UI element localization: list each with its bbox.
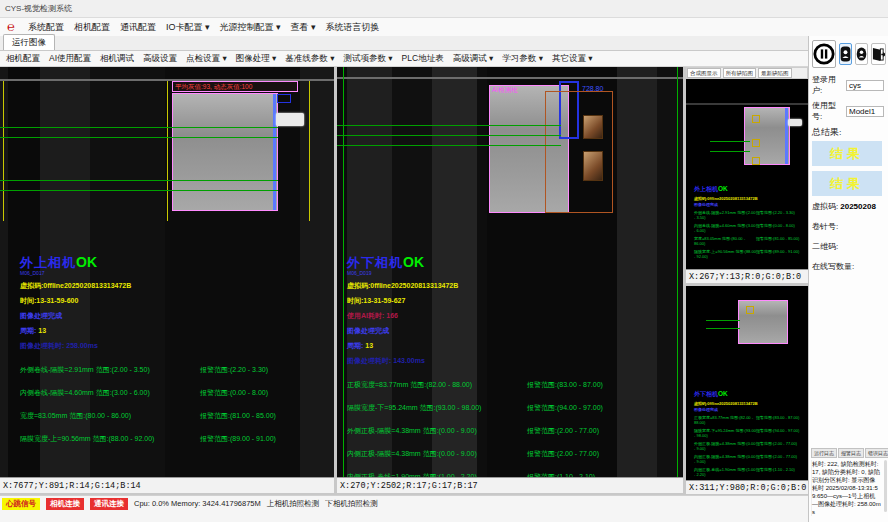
measure-text: 隔膜宽度-下=95.24mm 范围:(93.00 - 98.00): [347, 403, 527, 413]
model-field[interactable]: Model1: [846, 106, 884, 117]
toolbar-item-6[interactable]: 基准线参数 ▾: [285, 53, 334, 65]
alarm-range-text: 报警范围:(94.00 - 97.00): [527, 403, 603, 413]
log-tab-0[interactable]: 运行日志: [811, 448, 837, 458]
user-login-button[interactable]: [839, 43, 852, 65]
upper-camera-trigger[interactable]: 上相机拍照检测: [267, 499, 320, 509]
measurement-rows: 外侧卷线-隔膜=2.91mm 范围:(2.00 - 3.50)报警范围:(2.2…: [20, 365, 332, 444]
measurement-rows: 正极宽度=83.77mm 范围:(82.00 - 88.00)报警范围:(83.…: [347, 380, 677, 477]
virtual-code-value: 20250208: [840, 202, 876, 211]
preview-tabs: 合成图显示所有缺陷图最新缺陷图: [686, 67, 808, 79]
log-tab-2[interactable]: 错误日志: [865, 448, 888, 458]
pause-icon: [813, 43, 835, 65]
preview-view-bottom[interactable]: 外下相机OK 虚拟码:0ffline2025020813313472B 图像处理…: [686, 286, 808, 480]
camera-view-upper[interactable]: 平均灰值:93, 动态灰值:100 外上相机OK M06_D017 虚拟码:0f…: [0, 67, 334, 477]
comm-link-badge: 通讯连接: [90, 498, 128, 510]
ok-status: OK: [76, 254, 97, 270]
login-user-field[interactable]: cys: [846, 80, 884, 91]
log-tab-1[interactable]: 报警日志: [838, 448, 864, 458]
elapsed-text: 图像处理耗时: 258.00ms: [20, 341, 332, 351]
measure-line: [0, 127, 278, 128]
toolbar-item-9[interactable]: 高级调试 ▾: [453, 53, 494, 65]
toolbar-item-2[interactable]: 相机调试: [100, 53, 134, 65]
toolbar-item-0[interactable]: 相机配置: [6, 53, 40, 65]
menu-item-4[interactable]: 光源控制配置 ▾: [220, 21, 281, 34]
alarm-range-text: 报警范围:(89.00 - 91.00): [200, 434, 276, 444]
measure-line: [337, 135, 561, 136]
toolbar-item-3[interactable]: 高级设置: [143, 53, 177, 65]
camera-name: 外下相机: [694, 391, 718, 397]
preview-tab-2[interactable]: 最新缺陷图: [758, 68, 792, 78]
menu-item-3[interactable]: IO卡配置 ▾: [166, 21, 210, 34]
preview-view-top[interactable]: 外上相机OK 虚拟码:0ffline2025020813313472B 图像处理…: [686, 79, 808, 269]
exit-door-icon: [872, 47, 885, 62]
measure-text: 宽度=83.05mm 范围:(80.00 - 86.00): [694, 236, 756, 246]
person-icon: [856, 47, 867, 61]
alarm-range-text: 报警范围:(2.00 - 77.00): [756, 454, 797, 464]
total-result-label: 总结果:: [812, 126, 885, 139]
measure-row-1: 内侧卷线-隔膜=4.60mm 范围:(3.00 - 6.00)报警范围:(0.0…: [20, 388, 332, 398]
toolbar-item-5[interactable]: 图像处理 ▾: [236, 53, 277, 65]
done-text: 图像处理完成: [694, 407, 806, 412]
measure-row-2: 外侧正极-隔膜=4.38mm 范围:(0.00 - 9.00)报警范围:(2.0…: [347, 426, 677, 436]
ok-status: OK: [718, 390, 728, 397]
ai-elapsed-text: 使用AI耗时: 166: [347, 311, 677, 321]
camera-view-lower[interactable]: AI检测框 728.80 外下相机OK M06_D019 虚拟码:0ffline…: [337, 67, 683, 477]
toolbar-item-11[interactable]: 其它设置 ▾: [552, 53, 593, 65]
measure-row-4: 内侧正极-卷线=1.90mm 范围:(1.00 - 2.20)报警范围:(1.1…: [694, 467, 806, 477]
measure-line: [337, 145, 561, 146]
elapsed-text: 图像处理耗时: 143.00ms: [347, 356, 677, 366]
log-scrollbar[interactable]: [884, 460, 887, 512]
menu-item-2[interactable]: 通讯配置: [120, 21, 156, 34]
exit-button[interactable]: [871, 43, 886, 65]
done-text: 图像处理完成: [20, 311, 332, 321]
measurement-rows: 正极宽度=83.77mm 范围:(82.00 - 88.00)报警范围:(83.…: [694, 415, 806, 480]
menu-bar: ℮ 系统配置相机配置通讯配置IO卡配置 ▾光源控制配置 ▾查看 ▾系统语言切换: [0, 18, 888, 36]
window-title: CYS-视觉检测系统: [5, 3, 72, 14]
write-count-row: 在线写数量:: [812, 261, 885, 272]
preview-tab-0[interactable]: 合成图显示: [687, 68, 721, 78]
pause-button[interactable]: [812, 40, 836, 68]
guide-line: [3, 81, 4, 221]
camera-name: 外上相机: [20, 255, 76, 270]
alarm-range-text: 报警范围:(83.00 - 87.00): [527, 380, 603, 390]
app-window: CYS-视觉检测系统 ℮ 系统配置相机配置通讯配置IO卡配置 ▾光源控制配置 ▾…: [0, 0, 888, 522]
roi-box: [752, 157, 760, 165]
toolbar-item-4[interactable]: 点检设置 ▾: [186, 53, 227, 65]
ok-status: OK: [403, 254, 424, 270]
measure-row-2: 宽度=83.05mm 范围:(80.00 - 86.00)报警范围:(81.00…: [20, 411, 332, 421]
toolbar-item-10[interactable]: 学习参数 ▾: [502, 53, 543, 65]
menu-item-1[interactable]: 相机配置: [74, 21, 110, 34]
heartbeat-badge: 心跳信号: [2, 498, 40, 510]
roi-box: [277, 94, 291, 103]
tab-run-image[interactable]: 运行图像: [3, 34, 55, 50]
tab-connector: [276, 113, 304, 126]
result-block-mini-top: 外上相机OK 虚拟码:0ffline2025020813313472B 图像处理…: [694, 177, 806, 262]
qr-code-row: 二维码:: [812, 241, 885, 252]
port-id: M06_D017: [20, 270, 332, 276]
model-row: 使用型号: Model1: [812, 100, 885, 122]
menu-item-6[interactable]: 系统语言切换: [326, 21, 380, 34]
menu-item-5[interactable]: 查看 ▾: [291, 21, 316, 34]
measure-line: [0, 190, 278, 191]
preview-tab-1[interactable]: 所有缺陷图: [723, 68, 757, 78]
done-text: 图像处理完成: [694, 202, 806, 207]
measure-text: 宽度=83.05mm 范围:(80.00 - 86.00): [20, 411, 200, 421]
measure-row-1: 隔膜宽度-下=95.24mm 范围:(93.00 - 98.00)报警范围:(9…: [694, 428, 806, 438]
port-id: M06_D019: [347, 270, 677, 276]
edge-marker: [273, 94, 276, 210]
lower-camera-trigger[interactable]: 下相机拍照检测: [325, 499, 378, 509]
time-text: 时间:13-31-59-627: [347, 296, 677, 306]
measure-row-0: 外侧卷线-隔膜=2.91mm 范围:(2.00 - 3.50)报警范围:(2.2…: [20, 365, 332, 375]
operator-button[interactable]: [855, 43, 868, 65]
toolbar-item-8[interactable]: PLC地址表: [402, 53, 444, 65]
toolbar-item-7[interactable]: 测试项参数 ▾: [343, 53, 392, 65]
camera-name: 外下相机: [347, 255, 403, 270]
alarm-range-text: 报警范围:(83.00 - 87.00): [756, 415, 799, 425]
alarm-range-text: 报警范围:(1.10 - 2.10): [756, 467, 795, 477]
toolbar-item-1[interactable]: AI使用配置: [49, 53, 91, 65]
control-buttons: [812, 40, 885, 68]
tab-strip: 运行图像: [0, 36, 808, 51]
inspected-cell: [744, 107, 790, 165]
menu-item-0[interactable]: 系统配置: [28, 21, 64, 34]
measure-line: [0, 137, 278, 138]
